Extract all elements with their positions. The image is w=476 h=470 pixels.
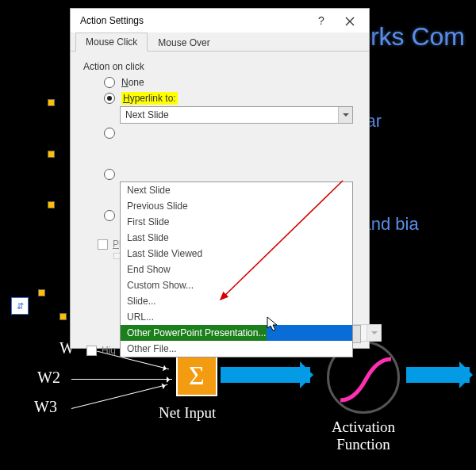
dropdown-item[interactable]: Last Slide xyxy=(121,230,352,246)
tab-strip: Mouse Click Mouse Over xyxy=(71,32,369,52)
dropdown-item[interactable]: Slide... xyxy=(121,293,352,309)
dialog-body: Action on click None Hyperlink to: Next … xyxy=(71,52,369,348)
dropdown-item[interactable]: End Show xyxy=(121,262,352,277)
title-fragment: orks Com xyxy=(356,22,465,51)
combo-value: Next Slide xyxy=(125,109,169,120)
weight-label-2: W2 xyxy=(37,369,60,387)
dropdown-item[interactable]: Previous Slide xyxy=(121,198,352,214)
radio-none[interactable]: None xyxy=(104,77,358,88)
selection-handle[interactable] xyxy=(38,289,45,296)
checkbox-icon xyxy=(98,239,108,250)
radio-hyperlink[interactable]: Hyperlink to: xyxy=(104,92,358,105)
action-settings-dialog: Action Settings ? Mouse Click Mouse Over… xyxy=(70,8,370,349)
dialog-title: Action Settings xyxy=(80,15,307,26)
hyperlink-combo[interactable]: Next Slide xyxy=(120,106,353,124)
close-icon xyxy=(345,17,355,26)
group-label: Action on click xyxy=(83,61,358,72)
dropdown-item[interactable]: URL... xyxy=(121,309,352,325)
chevron-down-icon[interactable] xyxy=(338,107,352,123)
radio-icon xyxy=(104,93,115,104)
radio-icon xyxy=(104,210,115,221)
sigmoid-icon xyxy=(336,350,396,410)
hyperlink-dropdown-list[interactable]: Next Slide Previous Slide First Slide La… xyxy=(120,182,353,357)
radio-icon xyxy=(104,77,115,88)
dropdown-item[interactable]: Other File... xyxy=(121,341,352,357)
selection-handle[interactable] xyxy=(48,151,55,158)
help-button[interactable]: ? xyxy=(307,10,336,32)
selection-handle[interactable] xyxy=(60,313,67,320)
radio-run-macro[interactable] xyxy=(104,169,358,180)
dropdown-item[interactable]: First Slide xyxy=(121,214,352,230)
checkbox-icon xyxy=(86,346,97,356)
arrow xyxy=(71,379,172,380)
weight-label-3: W3 xyxy=(34,398,57,416)
radio-label-highlight: Hyperlink to: xyxy=(121,92,178,105)
dialog-titlebar[interactable]: Action Settings ? xyxy=(71,9,369,32)
chevron-down-icon xyxy=(367,325,381,341)
activation-label: ActivationFunction xyxy=(324,418,403,453)
sigma-node: Σ xyxy=(176,355,217,396)
radio-label: None xyxy=(121,77,144,88)
selection-handle[interactable] xyxy=(48,201,55,208)
radio-icon xyxy=(104,169,115,180)
checkbox-label: Hig xyxy=(102,345,116,356)
tab-mouse-click[interactable]: Mouse Click xyxy=(75,32,148,52)
close-button[interactable] xyxy=(336,10,364,32)
dropdown-item[interactable]: Custom Show... xyxy=(121,277,352,293)
tab-mouse-over[interactable]: Mouse Over xyxy=(148,33,220,52)
dropdown-item[interactable]: Last Slide Viewed xyxy=(121,246,352,262)
dropdown-item-selected[interactable]: Other PowerPoint Presentation... xyxy=(121,325,352,341)
flow-arrow xyxy=(406,367,470,383)
radio-run-program[interactable] xyxy=(104,128,358,139)
dropdown-item[interactable]: Next Slide xyxy=(121,182,352,198)
net-input-label: Net Input xyxy=(159,404,216,422)
radio-icon xyxy=(104,128,115,139)
selection-handle[interactable] xyxy=(48,99,55,106)
flow-arrow xyxy=(221,367,310,383)
arrow xyxy=(71,384,168,409)
checkbox-highlight-click[interactable]: Hig xyxy=(86,345,116,356)
textbox-align-handle[interactable]: ⇵ xyxy=(11,297,29,315)
